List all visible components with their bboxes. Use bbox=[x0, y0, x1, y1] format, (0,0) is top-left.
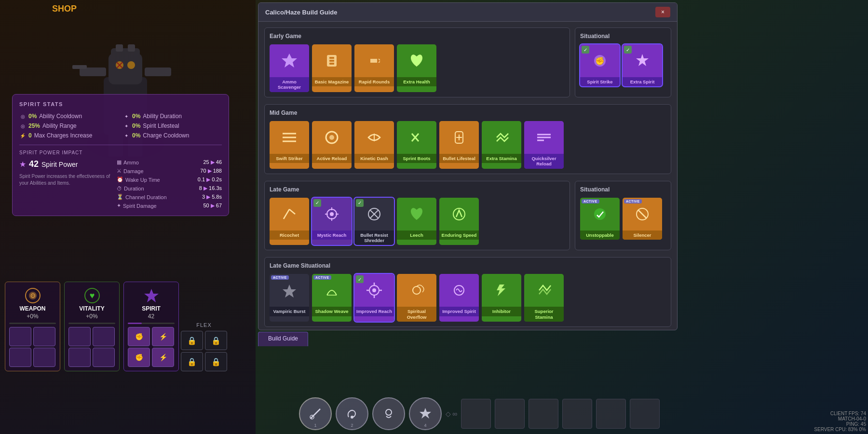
ammo-icon: ▦ bbox=[117, 159, 122, 165]
shop-label: SHOP bbox=[48, 0, 81, 18]
svg-rect-8 bbox=[145, 68, 171, 76]
bottom-ability-bar: 1 2 4 ◇ ∞ bbox=[299, 397, 660, 430]
item-superior-stamina[interactable]: Superior Stamina bbox=[524, 274, 564, 322]
spirit-slots: ✊ ⚡ ✊ ⚡ bbox=[128, 327, 175, 367]
svg-marker-75 bbox=[420, 408, 431, 419]
item-improved-reach[interactable]: ✓ Improved Reach bbox=[354, 274, 394, 322]
dur-icon: ⏱ bbox=[117, 186, 122, 191]
weapon-card[interactable]: ⚙ WEAPON +0% bbox=[5, 282, 60, 371]
ability-slot-4[interactable]: 4 bbox=[409, 397, 442, 430]
spirit-power-left: ★ 42 Spirit Power Spirit Power increases… bbox=[19, 159, 111, 209]
item-improved-spirit[interactable]: Improved Spirit bbox=[439, 274, 479, 322]
svg-point-36 bbox=[329, 135, 334, 140]
item-silencer[interactable]: ACTIVE Silencer bbox=[623, 198, 662, 240]
vitality-slot-3 bbox=[68, 348, 91, 367]
kinetic-dash-icon bbox=[354, 121, 394, 154]
stat-ability-duration: ✦ 0% Ability Duration bbox=[123, 113, 222, 120]
svg-rect-9 bbox=[72, 65, 87, 69]
stats-grid: ◎ 0% Ability Cooldown ✦ 0% Ability Durat… bbox=[19, 113, 222, 139]
ability-1-num: 1 bbox=[314, 423, 316, 428]
item-active-reload[interactable]: Active Reload bbox=[312, 121, 352, 169]
item-mystic-reach[interactable]: ✓ Mystic Reach bbox=[312, 198, 352, 245]
lgs-label: Late Game Situational bbox=[270, 262, 666, 269]
item-basic-magazine[interactable]: Basic Magazine bbox=[312, 44, 352, 92]
ability-2-num: 2 bbox=[351, 423, 353, 428]
item-extra-spirit[interactable]: ✓ Extra Spirit bbox=[623, 44, 662, 86]
spirit-card[interactable]: SPIRIT 42 ✊ ⚡ ✊ ⚡ bbox=[123, 282, 179, 371]
late-game-main: Late Game Ricochet ✓ Mystic Reach bbox=[264, 181, 570, 251]
client-fps: CLIENT FPS: 74 bbox=[773, 411, 866, 416]
item-bullet-lifesteal[interactable]: Bullet Lifesteal bbox=[439, 121, 479, 169]
extra-spirit-icon bbox=[623, 44, 662, 77]
ability-slot-2[interactable]: 2 bbox=[336, 397, 368, 430]
unstoppable-icon bbox=[580, 198, 620, 231]
empty-slot-1 bbox=[461, 399, 491, 429]
weapon-icon: ⚙ bbox=[24, 287, 41, 304]
late-game-sit-section: Late Game Situational ACTIVE Vampiric Bu… bbox=[264, 257, 671, 327]
mystic-reach-icon bbox=[312, 198, 352, 231]
vitality-card[interactable]: ♥ VITALITY +0% bbox=[64, 282, 120, 371]
item-bullet-resist-shredder[interactable]: ✓ Bullet Resist Shredder bbox=[354, 198, 394, 245]
item-spiritual-overflow[interactable]: Spiritual Overflow bbox=[397, 274, 436, 322]
item-extra-stamina[interactable]: Extra Stamina bbox=[482, 121, 521, 169]
bullet-lifesteal-icon bbox=[439, 121, 479, 154]
guide-close-button[interactable]: × bbox=[655, 7, 670, 17]
item-extra-health[interactable]: Extra Health bbox=[397, 44, 436, 92]
item-inhibitor[interactable]: Inhibitor bbox=[482, 274, 521, 322]
quicksilver-reload-name: Quicksilver Reload bbox=[524, 154, 564, 169]
early-game-items: Ammo Scavenger Basic Magazine bbox=[270, 44, 565, 92]
item-kinetic-dash[interactable]: Kinetic Dash bbox=[354, 121, 394, 169]
flex-label: FLEX bbox=[181, 322, 227, 328]
extra-health-name: Extra Health bbox=[397, 77, 436, 86]
sw-icon bbox=[312, 274, 352, 307]
item-sprint-boots[interactable]: Sprint Boots bbox=[397, 121, 436, 169]
ss-name: Superior Stamina bbox=[524, 307, 564, 322]
item-leech[interactable]: Leech bbox=[397, 198, 436, 245]
ability-connector: ◇ ∞ bbox=[446, 410, 457, 418]
item-vampiric-burst[interactable]: ACTIVE Vampiric Burst bbox=[270, 274, 309, 322]
spirit-bar bbox=[128, 323, 175, 324]
item-rapid-rounds[interactable]: Rapid Rounds bbox=[354, 44, 394, 92]
sw-name: Shadow Weave bbox=[312, 307, 352, 316]
item-unstoppable[interactable]: ACTIVE Unstoppable bbox=[580, 198, 620, 240]
item-quicksilver-reload[interactable]: Quicksilver Reload bbox=[524, 121, 564, 169]
ability-4-icon bbox=[418, 407, 433, 421]
vitality-label: VITALITY bbox=[68, 305, 115, 312]
star-icon: ★ bbox=[19, 160, 26, 169]
basic-mag-name: Basic Magazine bbox=[312, 77, 352, 86]
spirit-strike-icon: ✊ bbox=[580, 44, 620, 77]
vitality-slot-1 bbox=[68, 327, 91, 346]
build-guide-tab[interactable]: Build Guide bbox=[258, 332, 308, 346]
spirit-card-icon bbox=[143, 287, 160, 304]
swift-striker-icon bbox=[270, 121, 309, 154]
item-ammo-scavenger[interactable]: Ammo Scavenger bbox=[270, 44, 309, 92]
ability-slot-1[interactable]: 1 bbox=[299, 397, 332, 430]
sprint-boots-icon bbox=[397, 121, 436, 154]
charge-cd-icon: ✦ bbox=[123, 132, 130, 139]
svg-rect-28 bbox=[368, 58, 370, 64]
active-reload-name: Active Reload bbox=[312, 154, 352, 163]
kinetic-dash-name: Kinetic Dash bbox=[354, 154, 394, 163]
attr-channel-duration: ⏳ Channel Duration 3 ▶ 5.8s bbox=[117, 194, 222, 200]
svg-point-49 bbox=[330, 212, 334, 216]
guide-content: Early Game Ammo Scavenger Basi bbox=[258, 22, 677, 329]
connector-diamond-icon: ◇ bbox=[446, 410, 451, 418]
guide-header: Calico/Haze Build Guide × bbox=[258, 3, 677, 22]
bottom-equipment: ⚙ WEAPON +0% ♥ VITALITY +0% bbox=[5, 282, 179, 371]
weapon-slot-4 bbox=[33, 348, 55, 367]
ability-slot-3[interactable] bbox=[372, 397, 405, 430]
active-reload-icon bbox=[312, 121, 352, 154]
wakeup-icon: ⏰ bbox=[117, 176, 123, 183]
svg-rect-11 bbox=[116, 44, 123, 52]
item-enduring-speed[interactable]: Enduring Speed bbox=[439, 198, 479, 245]
empty-slot-3 bbox=[529, 399, 558, 429]
svg-point-4 bbox=[127, 61, 135, 69]
swift-striker-name: Swift Striker bbox=[270, 154, 309, 163]
late-sit-label: Situational bbox=[580, 186, 666, 193]
ability-4-num: 4 bbox=[424, 423, 426, 428]
item-shadow-weave[interactable]: ACTIVE Shadow Weave bbox=[312, 274, 352, 322]
extra-health-icon bbox=[397, 44, 436, 77]
item-ricochet[interactable]: Ricochet bbox=[270, 198, 309, 245]
item-swift-striker[interactable]: Swift Striker bbox=[270, 121, 309, 169]
item-spirit-strike[interactable]: ✓ ✊ Spirit Strike bbox=[580, 44, 620, 86]
